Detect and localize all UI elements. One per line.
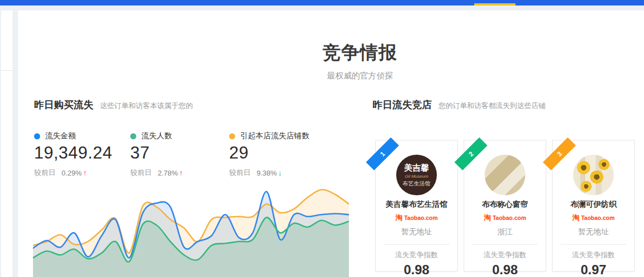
left-section-description: 这些订单和访客本该属于您的: [100, 101, 193, 111]
compare-label: 较前日: [34, 168, 55, 178]
metric-value: 37: [130, 143, 183, 163]
metric-loss-amount: 流失金额 19,349.24 较前日 0.29% ↑: [34, 132, 112, 178]
rank-ribbon: 2: [454, 137, 487, 170]
top-nav-bar: [0, 0, 644, 5]
left-section-title: 昨日购买流失: [34, 98, 93, 111]
metric-value: 19,349.24: [34, 143, 112, 163]
taobao-label: Taobao.com: [581, 214, 614, 221]
page-title: 竞争情报: [18, 41, 644, 65]
subheader-strip: [0, 5, 644, 10]
taobao-icon: 淘: [484, 213, 491, 223]
taobao-label: Taobao.com: [404, 214, 437, 221]
store-avatar: [573, 155, 614, 195]
rank-ribbon: 1: [366, 137, 399, 170]
store-card-3[interactable]: 3 布澜可伊纺织 淘 Taobao.com 暂无地址 流失竞争指数 0.97: [552, 140, 635, 272]
rank-ribbon: 3: [543, 137, 576, 170]
legend-dot-blue-icon: [34, 133, 40, 139]
store-avatar: [485, 155, 525, 195]
legend-dot-orange-icon: [229, 133, 235, 139]
change-percent: 9.38%: [257, 169, 277, 177]
avatar-text: 布艺生活馆: [403, 180, 430, 188]
store-avatar: 美吉馨 Gil Museum 布艺生活馆: [396, 155, 437, 195]
compare-label: 较前日: [229, 168, 251, 178]
legend-dot-teal-icon: [130, 133, 136, 139]
card-divider: [560, 244, 626, 245]
store-name: 布澜可伊纺织: [553, 200, 634, 210]
store-card-1[interactable]: 1 美吉馨 Gil Museum 布艺生活馆 美吉馨布艺生活馆 淘 Taobao…: [375, 140, 458, 272]
store-name: 布布称心窗帘: [464, 200, 546, 210]
metric-loss-people: 流失人数 37 较前日 2.78% ↑: [130, 132, 183, 178]
right-section-description: 您的订单和访客都流失到这些店铺: [438, 101, 546, 111]
card-divider: [384, 244, 449, 245]
right-section-title: 昨日流失竞店: [373, 98, 432, 111]
index-value: 0.98: [464, 262, 546, 277]
taobao-icon: 淘: [395, 213, 402, 223]
index-label: 流失竞争指数: [464, 250, 546, 260]
collapsed-sidebar[interactable]: [1, 10, 13, 277]
store-location: 浙江: [464, 227, 546, 237]
store-card-2[interactable]: 2 布布称心窗帘 淘 Taobao.com 浙江 流失竞争指数 0.98: [464, 140, 546, 272]
change-percent: 0.29%: [62, 169, 82, 177]
metric-label: 引起本店流失店铺数: [240, 131, 309, 141]
metric-label: 流失人数: [141, 131, 172, 141]
store-location: 暂无地址: [376, 227, 457, 237]
taobao-icon: 淘: [572, 213, 579, 223]
index-label: 流失竞争指数: [553, 250, 634, 260]
avatar-text: Gil Museum: [405, 174, 429, 179]
arrow-up-icon: ↑: [83, 168, 87, 177]
arrow-up-icon: ↑: [179, 168, 183, 177]
metric-value: 29: [229, 143, 309, 163]
metric-loss-shops: 引起本店流失店铺数 29 较前日 9.38% ↓: [229, 132, 309, 178]
arrow-down-icon: ↓: [278, 168, 282, 177]
index-value: 0.98: [376, 262, 457, 277]
index-value: 0.97: [553, 262, 634, 277]
compare-label: 较前日: [130, 168, 152, 178]
page-subtitle: 最权威的官方侦探: [18, 71, 644, 81]
index-label: 流失竞争指数: [376, 250, 457, 260]
sidebar-divider: [1, 70, 13, 71]
taobao-label: Taobao.com: [492, 214, 526, 221]
store-location: 暂无地址: [553, 227, 634, 237]
loss-metrics: 流失金额 19,349.24 较前日 0.29% ↑ 流失人数 37 较前日 2…: [34, 132, 353, 178]
loss-trend-chart: [33, 181, 349, 277]
avatar-text: 美吉馨: [404, 163, 429, 173]
store-name: 美吉馨布艺生活馆: [376, 200, 457, 210]
card-divider: [472, 244, 538, 245]
change-percent: 2.78%: [158, 169, 178, 177]
metric-label: 流失金额: [45, 131, 76, 141]
